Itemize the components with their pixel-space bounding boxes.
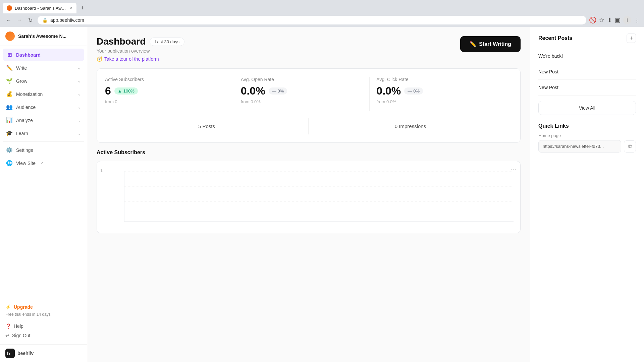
- sidebar-item-label-learn: Learn: [16, 131, 28, 136]
- dash-icon-click: —: [408, 88, 412, 94]
- list-item: We're back!: [538, 48, 636, 64]
- tab-favicon: [7, 5, 12, 11]
- pencil-icon: ✏️: [470, 41, 476, 47]
- avg-open-rate-badge: — 0%: [269, 87, 287, 95]
- view-site-icon: 🌐: [6, 160, 13, 166]
- bookmark-icon[interactable]: ☆: [599, 16, 604, 24]
- url-text: app.beehiiv.com: [50, 17, 84, 23]
- stat-active-subscribers: Active Subscribers 6 ▲ 100% from 0: [105, 77, 234, 111]
- avg-click-rate-badge: — 0%: [404, 87, 423, 95]
- beehiiv-logo-icon: b: [5, 349, 15, 358]
- svg-text:b: b: [7, 351, 10, 356]
- add-post-button[interactable]: +: [627, 34, 636, 43]
- tab-close-button[interactable]: ×: [70, 6, 72, 10]
- sidebar-item-dashboard[interactable]: ⊞ Dashboard: [3, 49, 84, 61]
- avg-open-rate-badge-value: 0%: [278, 88, 284, 94]
- sidebar-header: Sarah's Awesome N...: [0, 27, 87, 46]
- sidebar-item-analyze[interactable]: 📊 Analyze ⌄: [3, 114, 84, 126]
- help-label: Help: [14, 323, 23, 329]
- download-icon[interactable]: ⬇: [607, 16, 612, 24]
- stat-avg-click-rate: Avg. Click Rate 0.0% — 0% from 0.0%: [376, 77, 512, 111]
- start-writing-button[interactable]: ✏️ Start Writing: [460, 36, 521, 52]
- camera-off-icon[interactable]: 🚫: [589, 16, 596, 24]
- post-title[interactable]: New Post: [538, 85, 558, 90]
- profile-icon[interactable]: I: [623, 16, 631, 24]
- sidebar-item-audience[interactable]: 👥 Audience ⌄: [3, 101, 84, 113]
- analyze-icon: 📊: [6, 117, 13, 123]
- page-title: Dashboard: [97, 36, 146, 47]
- dashboard-subtitle: Your publication overview: [97, 48, 184, 54]
- url-copy-row: https://sarahs-newsletter-fd73... ⧉: [538, 140, 636, 153]
- chart-options-button[interactable]: ⋯: [510, 165, 516, 173]
- list-item: New Post: [538, 64, 636, 80]
- stat-avg-open-rate: Avg. Open Rate 0.0% — 0% from 0.0%: [241, 77, 370, 111]
- help-icon: ❓: [5, 323, 11, 329]
- copy-icon: ⧉: [628, 143, 632, 149]
- sidebar-nav: ⊞ Dashboard ✏️ Write ⌄ 🌱 Grow ⌄ 💰 Moneti…: [0, 46, 87, 173]
- sidebar-item-write[interactable]: ✏️ Write ⌄: [3, 62, 84, 74]
- active-subscribers-badge: ▲ 100%: [114, 87, 138, 95]
- sidebar-item-view-site[interactable]: 🌐 View Site ↗: [3, 157, 84, 169]
- dash-icon: —: [272, 88, 276, 94]
- forward-button[interactable]: →: [15, 15, 24, 25]
- right-panel: Recent Posts + We're back! New Post New …: [530, 27, 644, 362]
- external-link-icon: ↗: [40, 161, 43, 165]
- tab-title: Dashboard - Sarah's Awesome N...: [15, 6, 67, 11]
- active-subscribers-label: Active Subscribers: [105, 77, 227, 82]
- reload-button[interactable]: ↻: [25, 15, 35, 25]
- impressions-count: 0 Impressions: [309, 118, 512, 134]
- sign-out-link[interactable]: ↩ Sign Out: [5, 331, 82, 340]
- sidebar-item-learn[interactable]: 🎓 Learn ⌄: [3, 127, 84, 139]
- period-badge[interactable]: Last 30 days: [150, 38, 184, 46]
- write-icon: ✏️: [6, 65, 13, 71]
- view-all-button[interactable]: View All: [538, 101, 636, 115]
- lock-icon: 🔒: [42, 18, 48, 23]
- stats-grid: Active Subscribers 6 ▲ 100% from 0 Avg. …: [105, 77, 512, 111]
- monetization-icon: 💰: [6, 91, 13, 97]
- more-icon[interactable]: ⋮: [634, 16, 640, 24]
- sidebar-item-label-grow: Grow: [16, 78, 27, 84]
- tour-link[interactable]: 🧭 Take a tour of the platform: [97, 56, 184, 62]
- back-button[interactable]: ←: [4, 15, 13, 25]
- avg-click-rate-from: from 0.0%: [376, 99, 512, 104]
- recent-posts-title: Recent Posts: [538, 35, 572, 41]
- chevron-down-icon-grow: ⌄: [77, 79, 81, 83]
- help-link[interactable]: ❓ Help: [5, 321, 82, 331]
- sidebar-bottom: ⚡ Upgrade Free trial ends in 14 days. ❓ …: [0, 300, 87, 344]
- dashboard-title-group: Dashboard Last 30 days Your publication …: [97, 36, 184, 62]
- recent-posts-header: Recent Posts +: [538, 34, 636, 43]
- sidebar: Sarah's Awesome N... ⊞ Dashboard ✏️ Writ…: [0, 27, 87, 362]
- tablet-icon[interactable]: ▣: [615, 16, 621, 24]
- active-tab[interactable]: Dashboard - Sarah's Awesome N... ×: [3, 3, 76, 13]
- address-bar: ← → ↻ 🔒 app.beehiiv.com 🚫 ☆ ⬇ ▣ I ⋮: [0, 13, 644, 27]
- sidebar-item-grow[interactable]: 🌱 Grow ⌄: [3, 75, 84, 87]
- chevron-down-icon-mon: ⌄: [77, 92, 81, 97]
- url-bar[interactable]: 🔒 app.beehiiv.com: [38, 16, 586, 24]
- copy-url-button[interactable]: ⧉: [624, 140, 636, 153]
- new-tab-button[interactable]: +: [78, 3, 87, 13]
- address-actions: 🚫 ☆ ⬇ ▣ I ⋮: [589, 16, 640, 24]
- sidebar-item-label-settings: Settings: [16, 147, 33, 153]
- sidebar-item-settings[interactable]: ⚙️ Settings: [3, 144, 84, 156]
- quick-links-title: Quick Links: [538, 123, 636, 129]
- beehiiv-brand: b beehiiv: [0, 344, 87, 362]
- beehiiv-brand-name: beehiiv: [17, 351, 34, 356]
- grow-icon: 🌱: [6, 78, 13, 84]
- dashboard-title-row: Dashboard Last 30 days: [97, 36, 184, 47]
- avg-open-rate-value-row: 0.0% — 0%: [241, 85, 363, 97]
- nav-buttons: ← → ↻: [4, 15, 35, 25]
- audience-icon: 👥: [6, 104, 13, 110]
- post-title[interactable]: We're back!: [538, 53, 563, 59]
- dashboard-icon: ⊞: [6, 52, 13, 58]
- dashboard-header: Dashboard Last 30 days Your publication …: [97, 36, 521, 62]
- post-title[interactable]: New Post: [538, 69, 558, 74]
- sidebar-item-label-write: Write: [16, 65, 27, 71]
- active-subscribers-value-row: 6 ▲ 100%: [105, 85, 227, 97]
- sidebar-item-monetization[interactable]: 💰 Monetization ⌄: [3, 88, 84, 100]
- chevron-down-icon-aud: ⌄: [77, 105, 81, 110]
- home-page-url: https://sarahs-newsletter-fd73...: [538, 140, 621, 153]
- avg-open-rate-value: 0.0%: [241, 85, 265, 97]
- avg-click-rate-value-row: 0.0% — 0%: [376, 85, 512, 97]
- posts-impressions: 5 Posts 0 Impressions: [105, 118, 512, 134]
- upgrade-link[interactable]: ⚡ Upgrade: [5, 304, 82, 310]
